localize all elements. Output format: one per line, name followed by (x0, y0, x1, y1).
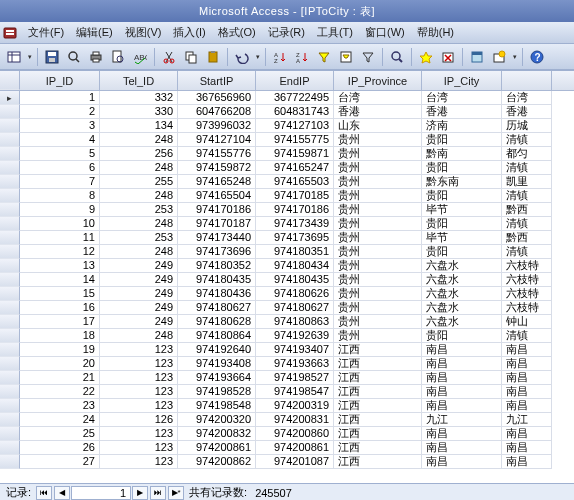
cell[interactable]: 六枝特 (502, 259, 552, 273)
cell[interactable]: 248 (100, 329, 178, 343)
row-selector[interactable] (0, 399, 20, 413)
cell[interactable]: 贵州 (334, 133, 422, 147)
cell[interactable]: 974159871 (256, 147, 334, 161)
cell[interactable]: 6 (20, 161, 100, 175)
cell[interactable]: 贵州 (334, 161, 422, 175)
cell[interactable]: 台湾 (422, 91, 502, 105)
cell[interactable]: 南昌 (502, 357, 552, 371)
cell[interactable]: 974180628 (178, 315, 256, 329)
table-row[interactable]: 16249974180627974180627贵州六盘水六枝特 (0, 301, 574, 315)
cell[interactable]: 248 (100, 217, 178, 231)
cell[interactable]: 604766208 (178, 105, 256, 119)
cell[interactable]: 330 (100, 105, 178, 119)
cell[interactable]: 贵州 (334, 147, 422, 161)
cell[interactable]: 974173440 (178, 231, 256, 245)
table-row[interactable]: 15249974180436974180626贵州六盘水六枝特 (0, 287, 574, 301)
cell[interactable]: 贵州 (334, 301, 422, 315)
cell[interactable]: 974192639 (256, 329, 334, 343)
cell[interactable]: 123 (100, 455, 178, 469)
cell[interactable]: 贵州 (334, 189, 422, 203)
column-header[interactable]: StartIP (178, 71, 256, 90)
cell[interactable]: 123 (100, 399, 178, 413)
cell[interactable]: 974165248 (178, 175, 256, 189)
cell[interactable]: 凯里 (502, 175, 552, 189)
search-button[interactable] (64, 47, 84, 67)
cell[interactable]: 黔西 (502, 203, 552, 217)
cell[interactable]: 25 (20, 427, 100, 441)
cell[interactable]: 贵州 (334, 217, 422, 231)
cell[interactable]: 贵阳 (422, 329, 502, 343)
cell[interactable]: 4 (20, 133, 100, 147)
cell[interactable]: 15 (20, 287, 100, 301)
row-selector[interactable] (0, 105, 20, 119)
find-button[interactable] (387, 47, 407, 67)
next-record-button[interactable]: ▶ (132, 486, 148, 500)
cell[interactable]: 256 (100, 147, 178, 161)
row-selector[interactable] (0, 147, 20, 161)
cell[interactable]: 九江 (502, 413, 552, 427)
cell[interactable]: 南昌 (422, 441, 502, 455)
cell[interactable]: 7 (20, 175, 100, 189)
table-row[interactable]: 7255974165248974165503贵州黔东南凯里 (0, 175, 574, 189)
row-selector[interactable] (0, 273, 20, 287)
menu-item[interactable]: 插入(I) (167, 23, 211, 42)
cell[interactable]: 974192640 (178, 343, 256, 357)
cell[interactable]: 974193407 (256, 343, 334, 357)
column-header[interactable]: IP_ID (20, 71, 100, 90)
table-row[interactable]: 18248974180864974192639贵州贵阳清镇 (0, 329, 574, 343)
cell[interactable]: 249 (100, 287, 178, 301)
cell[interactable]: 974198528 (178, 385, 256, 399)
cell[interactable]: 974155775 (256, 133, 334, 147)
view-dropdown[interactable]: ▾ (26, 47, 33, 67)
column-header[interactable]: EndIP (256, 71, 334, 90)
cell[interactable]: 134 (100, 119, 178, 133)
cell[interactable]: 974180627 (256, 301, 334, 315)
cell[interactable]: 26 (20, 441, 100, 455)
table-row[interactable]: 17249974180628974180863贵州六盘水钟山 (0, 315, 574, 329)
cell[interactable]: 16 (20, 301, 100, 315)
cell[interactable]: 九江 (422, 413, 502, 427)
cell[interactable]: 974165247 (256, 161, 334, 175)
cell[interactable]: 清镇 (502, 189, 552, 203)
cell[interactable]: 974198527 (256, 371, 334, 385)
cell[interactable]: 南昌 (422, 357, 502, 371)
cell[interactable]: 六枝特 (502, 273, 552, 287)
new-object-button[interactable] (489, 47, 509, 67)
row-selector[interactable] (0, 217, 20, 231)
row-selector[interactable] (0, 161, 20, 175)
cell[interactable]: 南昌 (502, 385, 552, 399)
cell[interactable]: 974170187 (178, 217, 256, 231)
row-selector[interactable] (0, 245, 20, 259)
cell[interactable]: 974200319 (256, 399, 334, 413)
cell[interactable]: 贵阳 (422, 161, 502, 175)
row-selector[interactable] (0, 203, 20, 217)
cell[interactable]: 974180436 (178, 287, 256, 301)
cell[interactable]: 974165504 (178, 189, 256, 203)
cell[interactable]: 南昌 (502, 427, 552, 441)
cell[interactable]: 249 (100, 301, 178, 315)
cell[interactable]: 9 (20, 203, 100, 217)
cell[interactable]: 123 (100, 441, 178, 455)
filter-form-button[interactable] (336, 47, 356, 67)
cell[interactable]: 六盘水 (422, 301, 502, 315)
cell[interactable]: 香港 (334, 105, 422, 119)
cell[interactable]: 江西 (334, 343, 422, 357)
cell[interactable]: 南昌 (422, 371, 502, 385)
cell[interactable]: 21 (20, 371, 100, 385)
cell[interactable]: 974170186 (256, 203, 334, 217)
cell[interactable]: 六盘水 (422, 287, 502, 301)
table-row[interactable]: 20123974193408974193663江西南昌南昌 (0, 357, 574, 371)
cell[interactable]: 江西 (334, 455, 422, 469)
cell[interactable]: 974200862 (178, 455, 256, 469)
table-row[interactable]: 14249974180435974180435贵州六盘水六枝特 (0, 273, 574, 287)
cell[interactable]: 974193408 (178, 357, 256, 371)
cell[interactable]: 255 (100, 175, 178, 189)
cell[interactable]: 249 (100, 259, 178, 273)
cell[interactable]: 974180435 (256, 273, 334, 287)
cell[interactable]: 历城 (502, 119, 552, 133)
cell[interactable]: 贵州 (334, 203, 422, 217)
cell[interactable]: 248 (100, 245, 178, 259)
cell[interactable]: 974127103 (256, 119, 334, 133)
cell[interactable]: 南昌 (422, 385, 502, 399)
cell[interactable]: 5 (20, 147, 100, 161)
